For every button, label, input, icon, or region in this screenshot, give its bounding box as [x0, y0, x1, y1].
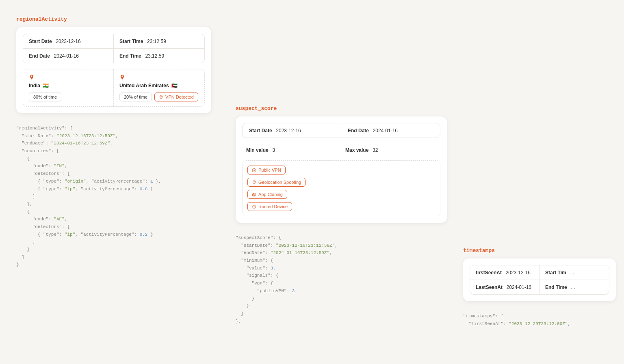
- end-time-ts-label: End Time: [545, 284, 567, 290]
- country-india: India 🇮🇳 80% of time: [23, 69, 114, 106]
- min-label: Min value: [246, 147, 269, 153]
- pin-icon-india: [29, 74, 108, 81]
- min-value: 3: [272, 147, 275, 153]
- india-badges: 80% of time: [29, 93, 108, 101]
- start-time-value: 23:12:59: [147, 39, 166, 44]
- column-3: timestamps firstSeenAt 2023-12-16 Start …: [455, 16, 624, 348]
- max-value-cell: Max value 32: [341, 144, 440, 156]
- suspect-end-date-value: 2024-01-16: [373, 128, 398, 134]
- uae-time-badge: 20% of time: [119, 93, 152, 101]
- max-value: 32: [373, 147, 378, 153]
- geolocation-spoofing-badge: Geolocation Spoofing: [247, 178, 306, 187]
- signals-area: Public VPN Geolocation Spoofing App Clon…: [242, 160, 440, 216]
- india-flag: 🇮🇳: [43, 83, 49, 88]
- end-date-cell: End Date 2024-01-16: [23, 49, 114, 63]
- end-time-ts-value: ...: [571, 284, 575, 290]
- svg-point-2: [254, 181, 254, 182]
- column-1: regionalActivity Start Date 2023-12-16 S…: [0, 16, 228, 348]
- regional-activity-code: "regionalActivity": { "startDate": "2023…: [16, 121, 211, 272]
- timestamps-label: timestamps: [463, 248, 616, 254]
- start-date-label: Start Date: [29, 39, 52, 44]
- uae-label: United Arab Emirates: [119, 83, 169, 88]
- end-time-ts-cell: End Time ...: [540, 280, 609, 294]
- suspect-end-date-cell: End Date 2024-01-16: [341, 123, 440, 138]
- india-time-badge: 80% of time: [29, 93, 61, 101]
- min-value-cell: Min value 3: [242, 144, 341, 156]
- first-seen-value: 2023-12-16: [506, 270, 531, 276]
- last-seen-label: LastSeenAt: [476, 284, 503, 290]
- max-label: Max value: [345, 147, 368, 153]
- uae-name: United Arab Emirates 🇦🇪: [119, 83, 199, 88]
- suspect-score-code: "suspectScore": { "startDate": "2023-12-…: [236, 231, 447, 328]
- start-time-ts-label: Start Tim: [545, 270, 566, 276]
- first-seen-label: firstSeenAt: [476, 270, 502, 276]
- last-seen-cell: LastSeenAt 2024-01-16: [470, 280, 540, 294]
- uae-badges: 20% of time VPN Detected: [119, 93, 199, 101]
- regional-activity-card: Start Date 2023-12-16 Start Time 23:12:5…: [16, 27, 211, 113]
- start-time-ts-value: ...: [570, 270, 574, 276]
- start-time-cell: Start Time 23:12:59: [114, 34, 204, 49]
- regional-activity-label: regionalActivity: [16, 16, 211, 22]
- end-date-label: End Date: [29, 53, 50, 59]
- public-vpn-badge: Public VPN: [247, 166, 286, 174]
- page: regionalActivity Start Date 2023-12-16 S…: [0, 0, 624, 364]
- suspect-start-date-value: 2023-12-16: [276, 128, 301, 134]
- last-seen-value: 2024-01-16: [507, 284, 531, 290]
- end-time-label: End Time: [119, 53, 141, 59]
- svg-point-1: [254, 170, 254, 171]
- timestamps-card: firstSeenAt 2023-12-16 Start Tim ... Las…: [463, 258, 616, 301]
- minmax-row: Min value 3 Max value 32: [242, 144, 440, 156]
- date-time-grid: Start Date 2023-12-16 Start Time 23:12:5…: [23, 34, 205, 63]
- suspect-score-card: Start Date 2023-12-16 End Date 2024-01-1…: [236, 116, 447, 223]
- end-time-cell: End Time 23:12:59: [114, 49, 204, 63]
- uae-flag: 🇦🇪: [171, 83, 178, 88]
- suspect-start-date-cell: Start Date 2023-12-16: [243, 123, 341, 138]
- end-date-value: 2024-01-16: [54, 53, 79, 59]
- suspect-date-grid: Start Date 2023-12-16 End Date 2024-01-1…: [242, 123, 440, 138]
- rooted-device-badge: Rooted Device: [247, 202, 292, 211]
- suspect-start-date-label: Start Date: [249, 128, 272, 134]
- country-uae: United Arab Emirates 🇦🇪 20% of time VPN …: [114, 69, 204, 106]
- start-date-cell: Start Date 2023-12-16: [23, 34, 114, 49]
- end-time-value: 23:12:59: [145, 53, 164, 59]
- start-time-label: Start Time: [119, 39, 143, 44]
- start-date-value: 2023-12-16: [56, 39, 80, 44]
- pin-icon-uae: [119, 74, 199, 81]
- vpn-detected-badge: VPN Detected: [154, 93, 198, 101]
- suspect-end-date-label: End Date: [348, 128, 369, 134]
- svg-point-0: [160, 96, 161, 97]
- suspect-score-label: suspect_score: [236, 106, 447, 112]
- india-label: India: [29, 83, 40, 88]
- timestamps-grid: firstSeenAt 2023-12-16 Start Tim ... Las…: [470, 265, 609, 295]
- countries-row: India 🇮🇳 80% of time United Arab Emirate…: [23, 69, 205, 107]
- first-seen-cell: firstSeenAt 2023-12-16: [470, 265, 540, 280]
- start-time-ts-cell: Start Tim ...: [540, 265, 609, 280]
- column-2: suspect_score Start Date 2023-12-16 End …: [228, 16, 455, 348]
- timestamps-code: "timestamps": { "firstSeenAt": "2023-12-…: [463, 309, 616, 331]
- india-name: India 🇮🇳: [29, 83, 108, 88]
- app-cloning-badge: App Cloning: [247, 190, 287, 199]
